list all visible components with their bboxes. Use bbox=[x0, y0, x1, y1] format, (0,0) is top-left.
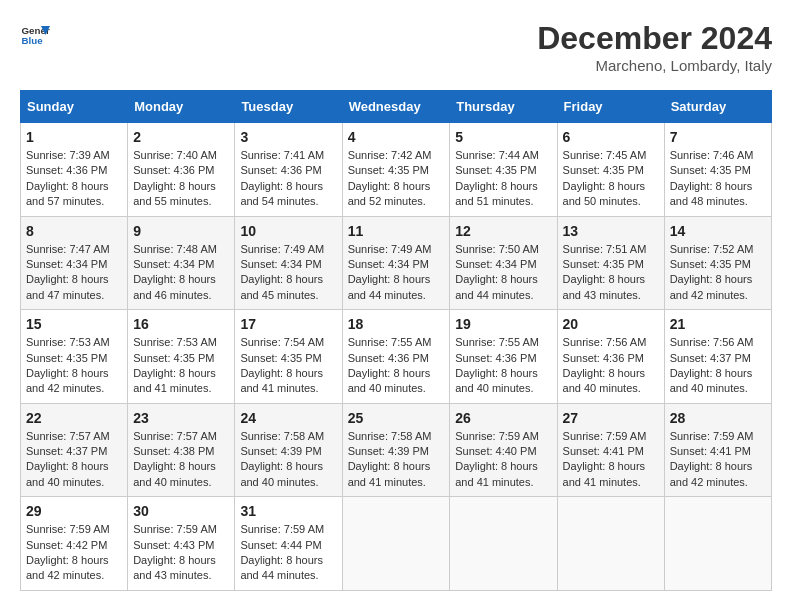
daylight-label: Daylight: 8 hours and 44 minutes. bbox=[455, 273, 538, 300]
day-number: 17 bbox=[240, 316, 336, 332]
calendar-cell bbox=[342, 497, 450, 591]
calendar-cell: 30 Sunrise: 7:59 AM Sunset: 4:43 PM Dayl… bbox=[128, 497, 235, 591]
day-number: 11 bbox=[348, 223, 445, 239]
sunrise-label: Sunrise: 7:58 AM bbox=[240, 430, 324, 442]
calendar-cell: 31 Sunrise: 7:59 AM Sunset: 4:44 PM Dayl… bbox=[235, 497, 342, 591]
daylight-label: Daylight: 8 hours and 57 minutes. bbox=[26, 180, 109, 207]
calendar-cell: 6 Sunrise: 7:45 AM Sunset: 4:35 PM Dayli… bbox=[557, 123, 664, 217]
sunrise-label: Sunrise: 7:55 AM bbox=[455, 336, 539, 348]
col-wednesday: Wednesday bbox=[342, 91, 450, 123]
calendar-cell: 23 Sunrise: 7:57 AM Sunset: 4:38 PM Dayl… bbox=[128, 403, 235, 497]
sunrise-label: Sunrise: 7:56 AM bbox=[563, 336, 647, 348]
day-info: Sunrise: 7:59 AM Sunset: 4:41 PM Dayligh… bbox=[563, 429, 659, 491]
sunrise-label: Sunrise: 7:54 AM bbox=[240, 336, 324, 348]
sunrise-label: Sunrise: 7:45 AM bbox=[563, 149, 647, 161]
day-info: Sunrise: 7:49 AM Sunset: 4:34 PM Dayligh… bbox=[348, 242, 445, 304]
daylight-label: Daylight: 8 hours and 40 minutes. bbox=[240, 460, 323, 487]
sunset-label: Sunset: 4:35 PM bbox=[563, 164, 644, 176]
sunset-label: Sunset: 4:35 PM bbox=[133, 352, 214, 364]
calendar-cell: 24 Sunrise: 7:58 AM Sunset: 4:39 PM Dayl… bbox=[235, 403, 342, 497]
day-info: Sunrise: 7:56 AM Sunset: 4:37 PM Dayligh… bbox=[670, 335, 766, 397]
sunrise-label: Sunrise: 7:40 AM bbox=[133, 149, 217, 161]
sunrise-label: Sunrise: 7:47 AM bbox=[26, 243, 110, 255]
day-number: 23 bbox=[133, 410, 229, 426]
day-number: 22 bbox=[26, 410, 122, 426]
day-info: Sunrise: 7:44 AM Sunset: 4:35 PM Dayligh… bbox=[455, 148, 551, 210]
sunset-label: Sunset: 4:36 PM bbox=[26, 164, 107, 176]
daylight-label: Daylight: 8 hours and 52 minutes. bbox=[348, 180, 431, 207]
calendar-cell: 19 Sunrise: 7:55 AM Sunset: 4:36 PM Dayl… bbox=[450, 310, 557, 404]
day-info: Sunrise: 7:54 AM Sunset: 4:35 PM Dayligh… bbox=[240, 335, 336, 397]
calendar-cell: 29 Sunrise: 7:59 AM Sunset: 4:42 PM Dayl… bbox=[21, 497, 128, 591]
daylight-label: Daylight: 8 hours and 46 minutes. bbox=[133, 273, 216, 300]
day-info: Sunrise: 7:39 AM Sunset: 4:36 PM Dayligh… bbox=[26, 148, 122, 210]
sunset-label: Sunset: 4:38 PM bbox=[133, 445, 214, 457]
sunset-label: Sunset: 4:41 PM bbox=[670, 445, 751, 457]
calendar-cell: 5 Sunrise: 7:44 AM Sunset: 4:35 PM Dayli… bbox=[450, 123, 557, 217]
sunrise-label: Sunrise: 7:49 AM bbox=[348, 243, 432, 255]
sunset-label: Sunset: 4:41 PM bbox=[563, 445, 644, 457]
day-number: 29 bbox=[26, 503, 122, 519]
daylight-label: Daylight: 8 hours and 40 minutes. bbox=[563, 367, 646, 394]
calendar-cell bbox=[557, 497, 664, 591]
day-number: 30 bbox=[133, 503, 229, 519]
day-info: Sunrise: 7:47 AM Sunset: 4:34 PM Dayligh… bbox=[26, 242, 122, 304]
calendar-cell: 10 Sunrise: 7:49 AM Sunset: 4:34 PM Dayl… bbox=[235, 216, 342, 310]
daylight-label: Daylight: 8 hours and 45 minutes. bbox=[240, 273, 323, 300]
calendar-cell: 3 Sunrise: 7:41 AM Sunset: 4:36 PM Dayli… bbox=[235, 123, 342, 217]
day-number: 20 bbox=[563, 316, 659, 332]
day-info: Sunrise: 7:45 AM Sunset: 4:35 PM Dayligh… bbox=[563, 148, 659, 210]
day-info: Sunrise: 7:50 AM Sunset: 4:34 PM Dayligh… bbox=[455, 242, 551, 304]
sunset-label: Sunset: 4:44 PM bbox=[240, 539, 321, 551]
title-block: December 2024 Marcheno, Lombardy, Italy bbox=[537, 20, 772, 74]
day-number: 10 bbox=[240, 223, 336, 239]
sunrise-label: Sunrise: 7:58 AM bbox=[348, 430, 432, 442]
day-info: Sunrise: 7:56 AM Sunset: 4:36 PM Dayligh… bbox=[563, 335, 659, 397]
day-number: 16 bbox=[133, 316, 229, 332]
calendar-cell: 22 Sunrise: 7:57 AM Sunset: 4:37 PM Dayl… bbox=[21, 403, 128, 497]
daylight-label: Daylight: 8 hours and 50 minutes. bbox=[563, 180, 646, 207]
day-info: Sunrise: 7:59 AM Sunset: 4:42 PM Dayligh… bbox=[26, 522, 122, 584]
col-friday: Friday bbox=[557, 91, 664, 123]
day-info: Sunrise: 7:53 AM Sunset: 4:35 PM Dayligh… bbox=[26, 335, 122, 397]
calendar-cell: 27 Sunrise: 7:59 AM Sunset: 4:41 PM Dayl… bbox=[557, 403, 664, 497]
sunset-label: Sunset: 4:36 PM bbox=[563, 352, 644, 364]
calendar-cell: 18 Sunrise: 7:55 AM Sunset: 4:36 PM Dayl… bbox=[342, 310, 450, 404]
calendar-cell: 9 Sunrise: 7:48 AM Sunset: 4:34 PM Dayli… bbox=[128, 216, 235, 310]
calendar-cell: 21 Sunrise: 7:56 AM Sunset: 4:37 PM Dayl… bbox=[664, 310, 771, 404]
calendar-cell: 20 Sunrise: 7:56 AM Sunset: 4:36 PM Dayl… bbox=[557, 310, 664, 404]
logo-icon: General Blue bbox=[20, 20, 50, 50]
calendar-cell bbox=[664, 497, 771, 591]
daylight-label: Daylight: 8 hours and 54 minutes. bbox=[240, 180, 323, 207]
day-info: Sunrise: 7:59 AM Sunset: 4:40 PM Dayligh… bbox=[455, 429, 551, 491]
daylight-label: Daylight: 8 hours and 40 minutes. bbox=[348, 367, 431, 394]
day-number: 21 bbox=[670, 316, 766, 332]
day-number: 19 bbox=[455, 316, 551, 332]
day-number: 8 bbox=[26, 223, 122, 239]
sunset-label: Sunset: 4:35 PM bbox=[455, 164, 536, 176]
sunset-label: Sunset: 4:42 PM bbox=[26, 539, 107, 551]
day-info: Sunrise: 7:58 AM Sunset: 4:39 PM Dayligh… bbox=[240, 429, 336, 491]
day-number: 18 bbox=[348, 316, 445, 332]
sunset-label: Sunset: 4:40 PM bbox=[455, 445, 536, 457]
sunrise-label: Sunrise: 7:55 AM bbox=[348, 336, 432, 348]
day-number: 7 bbox=[670, 129, 766, 145]
sunrise-label: Sunrise: 7:42 AM bbox=[348, 149, 432, 161]
day-info: Sunrise: 7:49 AM Sunset: 4:34 PM Dayligh… bbox=[240, 242, 336, 304]
daylight-label: Daylight: 8 hours and 42 minutes. bbox=[670, 273, 753, 300]
col-sunday: Sunday bbox=[21, 91, 128, 123]
col-thursday: Thursday bbox=[450, 91, 557, 123]
sunrise-label: Sunrise: 7:39 AM bbox=[26, 149, 110, 161]
calendar-row: 1 Sunrise: 7:39 AM Sunset: 4:36 PM Dayli… bbox=[21, 123, 772, 217]
day-number: 26 bbox=[455, 410, 551, 426]
sunrise-label: Sunrise: 7:59 AM bbox=[563, 430, 647, 442]
daylight-label: Daylight: 8 hours and 40 minutes. bbox=[455, 367, 538, 394]
day-info: Sunrise: 7:42 AM Sunset: 4:35 PM Dayligh… bbox=[348, 148, 445, 210]
svg-text:Blue: Blue bbox=[22, 35, 44, 46]
daylight-label: Daylight: 8 hours and 55 minutes. bbox=[133, 180, 216, 207]
sunset-label: Sunset: 4:43 PM bbox=[133, 539, 214, 551]
sunrise-label: Sunrise: 7:52 AM bbox=[670, 243, 754, 255]
daylight-label: Daylight: 8 hours and 40 minutes. bbox=[670, 367, 753, 394]
sunrise-label: Sunrise: 7:57 AM bbox=[133, 430, 217, 442]
sunset-label: Sunset: 4:35 PM bbox=[563, 258, 644, 270]
